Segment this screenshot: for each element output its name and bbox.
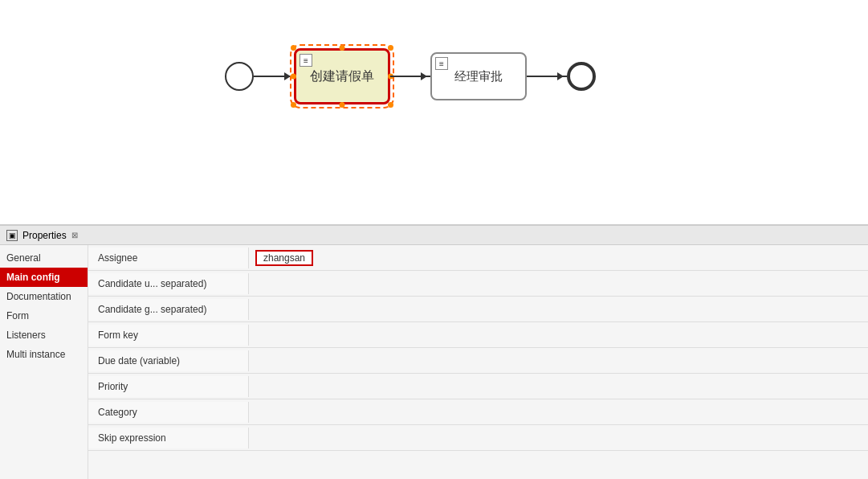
nav-item-listeners[interactable]: Listeners bbox=[0, 325, 88, 345]
handle-bc[interactable] bbox=[340, 102, 345, 108]
input-candidate-users[interactable] bbox=[255, 278, 862, 289]
nav-item-main-config[interactable]: Main config bbox=[0, 268, 88, 287]
start-event[interactable] bbox=[225, 62, 254, 91]
properties-panel-icon: ▣ bbox=[6, 230, 18, 241]
form-row-category: Category bbox=[88, 399, 868, 425]
label-due-date: Due date (variable) bbox=[88, 350, 249, 371]
task2-label: 经理审批 bbox=[454, 69, 503, 84]
nav-item-listeners-label: Listeners bbox=[6, 330, 46, 341]
task2-node[interactable]: ≡ 经理审批 bbox=[430, 52, 527, 100]
handle-tl[interactable] bbox=[291, 45, 296, 51]
value-category[interactable] bbox=[249, 403, 868, 421]
sequence-flow-3 bbox=[527, 76, 567, 77]
nav-item-general-label: General bbox=[6, 252, 41, 264]
nav-item-documentation[interactable]: Documentation bbox=[0, 287, 88, 306]
label-priority: Priority bbox=[88, 376, 249, 397]
label-assignee: Assignee bbox=[88, 248, 249, 268]
form-row-candidate-groups: Candidate g... separated) bbox=[88, 297, 868, 322]
form-row-candidate-users: Candidate u... separated) bbox=[88, 271, 868, 297]
task1-node[interactable]: ≡ 创建请假单 bbox=[294, 48, 390, 104]
handle-br[interactable] bbox=[388, 102, 393, 108]
value-due-date[interactable] bbox=[249, 352, 868, 370]
nav-item-form-label: Form bbox=[6, 310, 29, 321]
label-form-key: Form key bbox=[88, 325, 249, 346]
bpmn-canvas: ≡ 创建请假单 ≡ 经理审批 bbox=[0, 0, 868, 225]
form-row-assignee: Assignee zhangsan bbox=[88, 245, 868, 271]
sequence-flow-1 bbox=[254, 76, 294, 77]
value-priority[interactable] bbox=[249, 378, 868, 395]
input-candidate-groups[interactable] bbox=[255, 304, 862, 315]
bpmn-diagram: ≡ 创建请假单 ≡ 经理审批 bbox=[225, 48, 596, 104]
nav-item-documentation-label: Documentation bbox=[6, 291, 71, 302]
value-candidate-groups[interactable] bbox=[249, 301, 868, 318]
input-due-date[interactable] bbox=[255, 355, 862, 366]
value-assignee: zhangsan bbox=[249, 247, 868, 269]
properties-content: General Main config Documentation Form L… bbox=[0, 245, 868, 479]
input-skip-expression[interactable] bbox=[255, 432, 862, 444]
handle-ml[interactable] bbox=[291, 74, 296, 80]
properties-header: ▣ Properties ⊠ bbox=[0, 226, 868, 245]
handle-tr[interactable] bbox=[388, 45, 393, 51]
value-candidate-users[interactable] bbox=[249, 275, 868, 293]
value-skip-expression[interactable] bbox=[249, 429, 868, 447]
label-candidate-users: Candidate u... separated) bbox=[88, 273, 249, 294]
task1-wrapper: ≡ 创建请假单 bbox=[294, 48, 390, 104]
label-category: Category bbox=[88, 402, 249, 423]
properties-tab-marker: ⊠ bbox=[71, 231, 78, 240]
properties-title: Properties bbox=[22, 230, 67, 241]
properties-panel: ▣ Properties ⊠ General Main config Docum… bbox=[0, 225, 868, 479]
nav-item-general[interactable]: General bbox=[0, 248, 88, 268]
nav-item-main-config-label: Main config bbox=[6, 272, 60, 283]
task1-icon: ≡ bbox=[300, 54, 312, 67]
end-event[interactable] bbox=[567, 62, 596, 91]
value-form-key[interactable] bbox=[249, 326, 868, 344]
task1-label: 创建请假单 bbox=[310, 68, 374, 85]
label-candidate-groups: Candidate g... separated) bbox=[88, 299, 249, 320]
assignee-badge[interactable]: zhangsan bbox=[255, 250, 313, 266]
handle-tc[interactable] bbox=[340, 45, 345, 51]
nav-item-multi-instance[interactable]: Multi instance bbox=[0, 345, 88, 364]
nav-item-form[interactable]: Form bbox=[0, 306, 88, 325]
label-skip-expression: Skip expression bbox=[88, 428, 249, 448]
form-row-form-key: Form key bbox=[88, 322, 868, 348]
form-row-skip-expression: Skip expression bbox=[88, 425, 868, 451]
input-category[interactable] bbox=[255, 407, 862, 418]
form-row-priority: Priority bbox=[88, 374, 868, 399]
input-priority[interactable] bbox=[255, 381, 862, 392]
form-row-due-date: Due date (variable) bbox=[88, 348, 868, 374]
properties-form: Assignee zhangsan Candidate u... separat… bbox=[88, 245, 868, 479]
task2-icon: ≡ bbox=[435, 57, 448, 70]
handle-bl[interactable] bbox=[291, 102, 296, 108]
sequence-flow-2 bbox=[390, 76, 430, 77]
input-form-key[interactable] bbox=[255, 330, 862, 341]
nav-item-multi-instance-label: Multi instance bbox=[6, 349, 65, 360]
properties-sidebar: General Main config Documentation Form L… bbox=[0, 245, 88, 479]
